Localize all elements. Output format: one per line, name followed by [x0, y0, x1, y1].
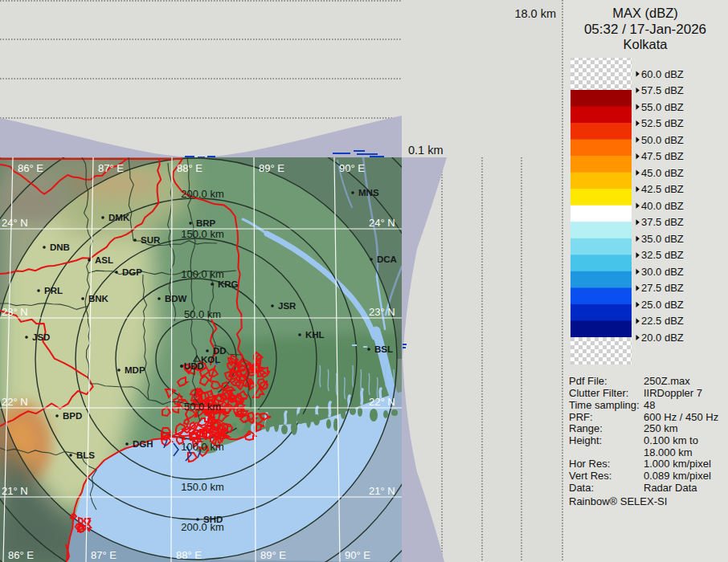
svg-text:22° N: 22° N [369, 396, 395, 408]
svg-text:DGH: DGH [133, 439, 153, 449]
svg-text:BSL: BSL [374, 344, 393, 354]
svg-text:KRG: KRG [218, 279, 239, 289]
svg-text:250Z.max: 250Z.max [644, 375, 690, 387]
svg-text:89° E: 89° E [260, 549, 286, 561]
svg-text:Clutter Filter:: Clutter Filter: [569, 387, 628, 399]
svg-text:Range:: Range: [569, 422, 603, 434]
svg-text:Kolkata: Kolkata [623, 37, 668, 51]
svg-text:90° E: 90° E [345, 549, 370, 561]
svg-text:600 Hz / 450 Hz: 600 Hz / 450 Hz [644, 411, 718, 423]
svg-text:250 km: 250 km [644, 422, 678, 434]
svg-text:42.5 dBZ: 42.5 dBZ [641, 183, 684, 195]
svg-text:20.0 dBZ: 20.0 dBZ [641, 332, 684, 344]
svg-text:Height:: Height: [569, 434, 602, 446]
svg-text:BRP: BRP [196, 218, 216, 228]
svg-text:18.000 km: 18.000 km [644, 446, 693, 458]
svg-text:DCA: DCA [377, 255, 397, 264]
svg-text:50.0 km: 50.0 km [184, 308, 221, 320]
svg-text:100.0 km: 100.0 km [181, 268, 223, 280]
svg-text:23° N: 23° N [369, 306, 395, 318]
svg-text:24° N: 24° N [2, 217, 28, 229]
svg-text:PRF:: PRF: [569, 411, 593, 423]
svg-text:27.5 dBZ: 27.5 dBZ [641, 282, 684, 294]
svg-text:23° N: 23° N [2, 306, 28, 318]
svg-text:200.0 km: 200.0 km [181, 188, 223, 200]
svg-text:Rainbow® SELEX-SI: Rainbow® SELEX-SI [569, 495, 667, 507]
svg-text:21° N: 21° N [2, 485, 28, 497]
svg-text:UDD: UDD [184, 361, 204, 371]
svg-text:22.5 dBZ: 22.5 dBZ [641, 315, 684, 327]
svg-text:150.0 km: 150.0 km [181, 228, 223, 240]
svg-text:48: 48 [644, 399, 655, 411]
svg-text:87° E: 87° E [98, 162, 124, 174]
svg-text:89° E: 89° E [259, 162, 284, 174]
svg-text:47.5 dBZ: 47.5 dBZ [641, 150, 684, 162]
svg-text:SHD: SHD [203, 515, 223, 524]
svg-text:60.0 dBZ: 60.0 dBZ [641, 68, 684, 80]
svg-text:32.5 dBZ: 32.5 dBZ [641, 249, 684, 261]
svg-text:150.0 km: 150.0 km [181, 481, 223, 493]
svg-text:MDP: MDP [125, 365, 145, 375]
svg-text:BNK: BNK [88, 294, 109, 303]
svg-text:24° N: 24° N [369, 217, 395, 229]
svg-text:Data:: Data: [569, 482, 594, 494]
svg-text:DGP: DGP [122, 267, 142, 277]
svg-text:87° E: 87° E [91, 549, 117, 561]
svg-text:22° N: 22° N [2, 396, 28, 408]
svg-text:88° E: 88° E [177, 162, 202, 174]
svg-text:DNB: DNB [50, 242, 70, 252]
svg-text:BLS: BLS [76, 450, 95, 460]
svg-text:Hor Res:: Hor Res: [569, 458, 610, 470]
svg-text:Pdf File:: Pdf File: [569, 375, 607, 387]
svg-text:40.0 dBZ: 40.0 dBZ [641, 200, 684, 212]
svg-text:86° E: 86° E [8, 549, 34, 561]
svg-text:1.000 km/pixel: 1.000 km/pixel [644, 458, 711, 470]
svg-text:BDW: BDW [165, 294, 187, 303]
svg-text:KHL: KHL [305, 330, 325, 340]
svg-text:0.1 km: 0.1 km [408, 144, 444, 157]
svg-text:JSD: JSD [32, 332, 50, 342]
svg-text:Radar Data: Radar Data [644, 482, 697, 494]
svg-text:45.0 dBZ: 45.0 dBZ [641, 167, 684, 179]
svg-text:30.0 dBZ: 30.0 dBZ [641, 266, 684, 278]
svg-text:05:32 / 17-Jan-2026: 05:32 / 17-Jan-2026 [584, 22, 706, 37]
svg-text:PRL: PRL [44, 286, 63, 295]
svg-text:100.0 km: 100.0 km [181, 441, 223, 453]
svg-text:0.100 km to: 0.100 km to [644, 434, 698, 446]
svg-text:ASL: ASL [95, 255, 113, 265]
svg-text:86° E: 86° E [18, 162, 43, 174]
svg-text:50.0 dBZ: 50.0 dBZ [641, 134, 684, 146]
svg-text:SUR: SUR [141, 235, 161, 245]
svg-text:DMK: DMK [108, 213, 130, 222]
svg-text:IIRDoppler 7: IIRDoppler 7 [644, 387, 702, 399]
svg-text:37.5 dBZ: 37.5 dBZ [641, 216, 684, 228]
svg-text:35.0 dBZ: 35.0 dBZ [641, 233, 684, 245]
svg-text:Vert Res:: Vert Res: [569, 470, 611, 482]
svg-text:0.089 km/pixel: 0.089 km/pixel [644, 470, 711, 482]
svg-text:55.0 dBZ: 55.0 dBZ [641, 101, 684, 113]
svg-text:52.5 dBZ: 52.5 dBZ [641, 117, 684, 129]
svg-text:90° E: 90° E [339, 162, 365, 174]
svg-text:MAX (dBZ): MAX (dBZ) [612, 6, 678, 20]
svg-text:Time sampling:: Time sampling: [569, 399, 640, 411]
svg-text:MNS: MNS [358, 188, 379, 198]
svg-text:BPD: BPD [63, 411, 82, 421]
svg-text:88° E: 88° E [176, 549, 202, 561]
svg-text:18.0 km: 18.0 km [514, 7, 556, 20]
svg-text:JSR: JSR [278, 301, 297, 311]
svg-text:57.5 dBZ: 57.5 dBZ [641, 84, 684, 96]
svg-text:50.0 km: 50.0 km [184, 401, 221, 413]
svg-text:25.0 dBZ: 25.0 dBZ [641, 299, 684, 311]
svg-text:21° N: 21° N [369, 485, 395, 497]
